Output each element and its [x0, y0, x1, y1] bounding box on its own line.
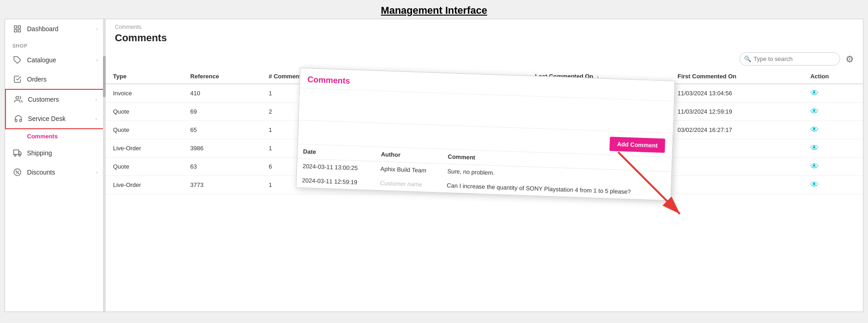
- main-layout: Dashboard › SHOP Catalogue › Orders Cust…: [5, 19, 863, 312]
- sidebar-item-customers-label: Customers: [28, 96, 59, 103]
- col-header-first-commented-on: First Commented On: [670, 69, 803, 84]
- cell-type: Live-Order: [106, 139, 183, 158]
- page-title: Management Interface: [0, 5, 868, 16]
- search-input[interactable]: [739, 52, 840, 66]
- cell-first-commented-on: [670, 139, 803, 158]
- svg-rect-3: [18, 30, 21, 32]
- view-icon[interactable]: 👁: [810, 143, 819, 153]
- col-header-type: Type: [106, 69, 183, 84]
- svg-rect-1: [18, 26, 21, 28]
- cell-type: Quote: [106, 121, 183, 139]
- breadcrumb: Comments: [106, 19, 863, 30]
- svg-point-12: [16, 171, 17, 172]
- cell-first-commented-on: 11/03/2024 12:59:19: [670, 103, 803, 121]
- svg-rect-0: [14, 26, 16, 28]
- shipping-icon: [12, 148, 22, 158]
- customers-icon: [13, 94, 23, 104]
- add-comment-button[interactable]: Add Comment: [609, 137, 665, 153]
- col-header-reference: Reference: [183, 69, 261, 84]
- view-icon[interactable]: 👁: [810, 180, 819, 189]
- comment-author: Aphix Build Team: [375, 161, 442, 178]
- service-desk-icon: [13, 114, 23, 124]
- sidebar-scrollbar-thumb: [103, 56, 106, 97]
- svg-marker-7: [19, 152, 21, 154]
- cell-action: 👁: [803, 139, 863, 158]
- orders-icon: [12, 74, 22, 84]
- sidebar-item-orders[interactable]: Orders: [5, 70, 105, 89]
- sidebar-item-dashboard-label: Dashboard: [27, 25, 59, 33]
- settings-button[interactable]: ⚙: [846, 54, 854, 65]
- svg-point-13: [18, 173, 19, 174]
- cell-type: Quote: [106, 103, 183, 121]
- catalogue-icon: [12, 55, 22, 65]
- sidebar-item-catalogue-label: Catalogue: [27, 56, 56, 64]
- sidebar-scroll-track: [103, 19, 106, 312]
- svg-rect-2: [14, 30, 16, 32]
- sidebar-item-dashboard[interactable]: Dashboard ›: [5, 19, 105, 38]
- comments-popup: Comments Add Comment Date Author Comment…: [296, 68, 675, 201]
- view-icon[interactable]: 👁: [810, 107, 819, 116]
- cell-type: Quote: [106, 158, 183, 176]
- view-icon[interactable]: 👁: [810, 88, 819, 98]
- sidebar-item-shipping-label: Shipping: [27, 149, 52, 157]
- cell-action: 👁: [803, 103, 863, 121]
- cell-action: 👁: [803, 121, 863, 139]
- svg-point-5: [16, 96, 19, 99]
- sidebar-item-catalogue[interactable]: Catalogue ›: [5, 50, 105, 70]
- cell-type: Live-Order: [106, 176, 183, 194]
- cell-first-commented-on: [670, 176, 803, 194]
- cell-reference: 3773: [183, 176, 261, 194]
- comment-col-author: Author: [375, 147, 442, 164]
- svg-point-9: [19, 154, 21, 156]
- cell-reference: 69: [183, 103, 261, 121]
- dashboard-icon: [12, 24, 22, 34]
- svg-point-8: [14, 154, 16, 156]
- cell-first-commented-on: 11/03/2024 13:04:56: [670, 84, 803, 103]
- sidebar-sub-comments-label: Comments: [27, 133, 58, 140]
- sidebar-item-discounts[interactable]: Discounts ›: [5, 163, 105, 182]
- page-title-bar: Management Interface: [0, 0, 868, 19]
- content-area: Comments Comments 🔍 ⚙ Type Reference # C…: [106, 19, 863, 312]
- search-icon: 🔍: [744, 55, 751, 62]
- sidebar-item-discounts-label: Discounts: [27, 169, 55, 176]
- cell-reference: 65: [183, 121, 261, 139]
- sidebar-item-orders-label: Orders: [27, 76, 47, 83]
- discounts-icon: [12, 167, 22, 177]
- sidebar-item-customers[interactable]: Customers ›: [5, 89, 105, 109]
- chevron-right-icon-3: ›: [95, 97, 97, 102]
- cell-action: 👁: [803, 158, 863, 176]
- svg-rect-6: [14, 150, 19, 154]
- sidebar-item-service-desk[interactable]: Service Desk ›: [5, 109, 105, 129]
- cell-reference: 63: [183, 158, 261, 176]
- search-wrapper: 🔍: [739, 52, 840, 66]
- sidebar: Dashboard › SHOP Catalogue › Orders Cust…: [5, 19, 106, 312]
- sidebar-shop-label: SHOP: [5, 38, 105, 50]
- chevron-right-icon-4: ›: [95, 116, 97, 121]
- sidebar-sub-item-comments[interactable]: Comments: [5, 129, 105, 143]
- comment-author: Customer name: [374, 176, 442, 192]
- cell-reference: 3986: [183, 139, 261, 158]
- sidebar-item-service-desk-label: Service Desk: [28, 115, 65, 122]
- col-header-action: Action: [803, 69, 863, 84]
- chevron-right-icon-2: ›: [96, 57, 98, 63]
- view-icon[interactable]: 👁: [810, 125, 819, 134]
- comment-date: 2024-03-11 12:59:19: [297, 173, 375, 190]
- cell-action: 👁: [803, 84, 863, 103]
- chevron-right-icon: ›: [96, 26, 98, 32]
- cell-first-commented-on: 03/02/2024 16:27:17: [670, 121, 803, 139]
- cell-first-commented-on: [670, 158, 803, 176]
- content-title: Comments: [106, 30, 863, 49]
- chevron-right-icon-5: ›: [96, 170, 98, 175]
- top-bar: 🔍 ⚙: [106, 49, 863, 69]
- cell-action: 👁: [803, 176, 863, 194]
- view-icon[interactable]: 👁: [810, 162, 819, 171]
- cell-type: Invoice: [106, 84, 183, 103]
- cell-reference: 410: [183, 84, 261, 103]
- sidebar-item-shipping[interactable]: Shipping: [5, 143, 105, 163]
